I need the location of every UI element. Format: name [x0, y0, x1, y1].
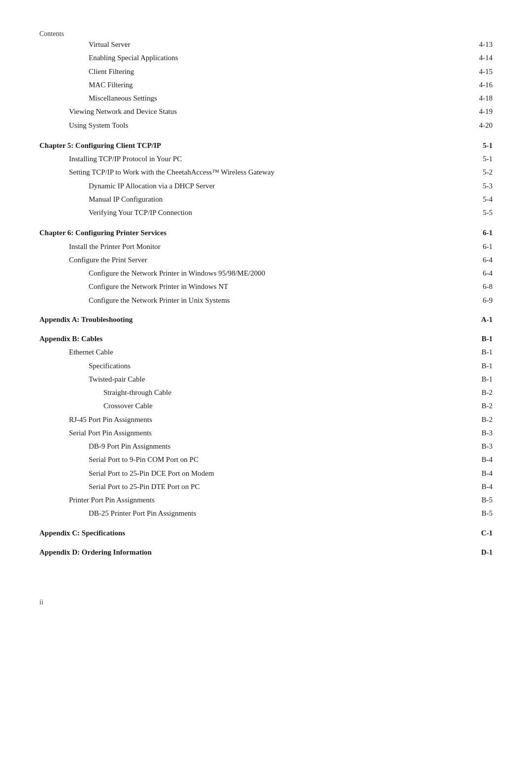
toc-entry-label: DB-25 Printer Port Pin Assignments: [39, 507, 425, 520]
toc-entry-page: 5-2: [425, 166, 493, 179]
toc-entry-label: Appendix C: Specifications: [39, 523, 425, 540]
toc-entry-label: Twisted-pair Cable: [39, 373, 425, 386]
toc-entry-label: Serial Port to 25-Pin DTE Port on PC: [39, 480, 425, 493]
toc-entry-page: 4-20: [425, 119, 493, 132]
toc-entry-label: Verifying Your TCP/IP Connection: [39, 206, 425, 219]
toc-entry-label: Using System Tools: [39, 119, 425, 132]
page-footer: ii: [39, 598, 493, 606]
toc-entry-label: Virtual Server: [39, 38, 425, 51]
toc-entry-page: B-2: [425, 399, 493, 413]
toc-entry-label: Serial Port to 9-Pin COM Port on PC: [39, 453, 425, 466]
toc-entry-label: Chapter 6: Configuring Printer Services: [39, 221, 425, 240]
toc-entry-label: Specifications: [39, 359, 425, 373]
toc-entry-page: B-2: [425, 413, 493, 426]
toc-entry-label: RJ-45 Port Pin Assignments: [39, 413, 425, 426]
toc-entry-page: B-4: [425, 453, 493, 466]
toc-entry-label: Installing TCP/IP Protocol in Your PC: [39, 152, 425, 166]
toc-entry-page: 6-4: [425, 267, 493, 280]
toc-entry-label: Appendix D: Ordering Information: [39, 542, 425, 559]
toc-entry-label: DB-9 Port Pin Assignments: [39, 440, 425, 453]
toc-entry-page: 6-8: [425, 280, 493, 293]
toc-entry-page: D-1: [425, 542, 493, 559]
toc-entry-page: 4-14: [425, 51, 493, 65]
toc-entry-label: Serial Port Pin Assignments: [39, 426, 425, 440]
toc-entry-label: Configure the Print Server: [39, 253, 425, 267]
toc-entry-label: Configure the Network Printer in Unix Sy…: [39, 294, 425, 307]
toc-entry-page: 4-15: [425, 65, 493, 78]
toc-entry-page: 4-16: [425, 78, 493, 92]
toc-entry-page: A-1: [425, 309, 493, 326]
footer-page-number: ii: [39, 598, 43, 606]
toc-entry-page: 4-19: [425, 105, 493, 118]
toc-table: Virtual Server4-13Enabling Special Appli…: [39, 38, 493, 559]
toc-entry-page: 5-5: [425, 206, 493, 219]
toc-entry-page: 6-1: [425, 221, 493, 240]
toc-entry-page: 4-13: [425, 38, 493, 51]
toc-entry-label: Configure the Network Printer in Windows…: [39, 267, 425, 280]
toc-entry-label: Appendix A: Troubleshooting: [39, 309, 425, 326]
toc-entry-page: B-2: [425, 386, 493, 399]
toc-entry-page: B-3: [425, 426, 493, 440]
page-header: Contents: [39, 30, 493, 38]
toc-entry-label: Viewing Network and Device Status: [39, 105, 425, 118]
toc-entry-page: 6-9: [425, 294, 493, 307]
toc-entry-page: 4-18: [425, 92, 493, 105]
toc-entry-page: B-1: [425, 359, 493, 373]
toc-entry-page: B-3: [425, 440, 493, 453]
contents-label: Contents: [39, 30, 64, 37]
toc-entry-page: 5-4: [425, 193, 493, 206]
toc-entry-page: 5-3: [425, 179, 493, 193]
toc-entry-page: B-4: [425, 480, 493, 493]
toc-entry-page: B-1: [425, 373, 493, 386]
toc-entry-page: C-1: [425, 523, 493, 540]
toc-entry-page: 6-1: [425, 240, 493, 253]
toc-entry-label: MAC Filtering: [39, 78, 425, 92]
toc-entry-label: Ethernet Cable: [39, 346, 425, 359]
toc-entry-page: B-5: [425, 507, 493, 520]
toc-entry-label: Printer Port Pin Assignments: [39, 493, 425, 507]
toc-entry-label: Serial Port to 25-Pin DCE Port on Modem: [39, 467, 425, 480]
toc-entry-label: Enabling Special Applications: [39, 51, 425, 65]
toc-entry-label: Client Filtering: [39, 65, 425, 78]
toc-entry-page: 5-1: [425, 134, 493, 152]
toc-entry-label: Dynamic IP Allocation via a DHCP Server: [39, 179, 425, 193]
toc-entry-label: Chapter 5: Configuring Client TCP/IP: [39, 134, 425, 152]
toc-entry-page: B-1: [425, 328, 493, 346]
toc-entry-label: Setting TCP/IP to Work with the CheetahA…: [39, 166, 425, 179]
toc-entry-label: Appendix B: Cables: [39, 328, 425, 346]
toc-entry-page: B-4: [425, 467, 493, 480]
toc-entry-page: 6-4: [425, 253, 493, 267]
toc-entry-label: Crossover Cable: [39, 399, 425, 413]
toc-entry-label: Install the Printer Port Monitor: [39, 240, 425, 253]
toc-entry-page: 5-1: [425, 152, 493, 166]
toc-entry-page: B-1: [425, 346, 493, 359]
toc-entry-label: Manual IP Configuration: [39, 193, 425, 206]
toc-entry-page: B-5: [425, 493, 493, 507]
toc-entry-label: Miscellaneous Settings: [39, 92, 425, 105]
toc-entry-label: Configure the Network Printer in Windows…: [39, 280, 425, 293]
toc-entry-label: Straight-through Cable: [39, 386, 425, 399]
